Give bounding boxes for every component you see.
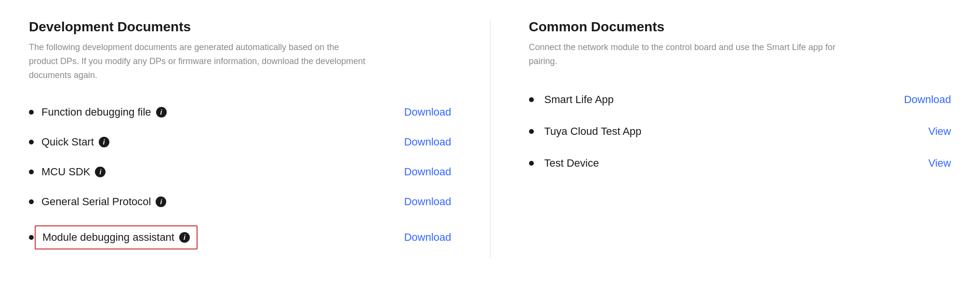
highlighted-item-box: Module debugging assistant i — [35, 225, 198, 249]
section-divider — [490, 19, 490, 258]
info-icon[interactable]: i — [156, 196, 166, 207]
download-link-function-debugging[interactable]: Download — [404, 106, 451, 118]
development-documents-title: Development Documents — [29, 19, 451, 35]
bullet-icon — [29, 199, 34, 204]
info-icon[interactable]: i — [179, 232, 190, 243]
list-item: Function debugging file i Download — [29, 97, 451, 127]
download-link-smart-life-app[interactable]: Download — [904, 93, 951, 106]
list-item: MCU SDK i Download — [29, 157, 451, 187]
doc-name: Smart Life App — [544, 93, 614, 106]
common-doc-item-left: Test Device — [529, 157, 599, 170]
list-item: Tuya Cloud Test App View — [529, 116, 952, 147]
bullet-icon — [29, 235, 34, 240]
doc-name: Tuya Cloud Test App — [544, 125, 642, 138]
bullet-icon — [529, 97, 534, 102]
view-link-tuya-cloud-test-app[interactable]: View — [928, 125, 951, 138]
doc-item-left: Function debugging file i — [29, 106, 167, 118]
doc-name: General Serial Protocol — [41, 196, 151, 208]
list-item: Smart Life App Download — [529, 84, 952, 116]
download-link-module-debugging-assistant[interactable]: Download — [404, 231, 451, 244]
doc-item-left: General Serial Protocol i — [29, 196, 166, 208]
doc-item-left: Module debugging assistant i — [29, 225, 198, 249]
common-documents-description: Connect the network module to the contro… — [529, 40, 866, 68]
doc-item-left: Quick Start i — [29, 136, 109, 148]
common-doc-item-left: Smart Life App — [529, 93, 614, 106]
doc-name: Quick Start — [41, 136, 94, 148]
doc-name: Function debugging file — [41, 106, 151, 118]
download-link-general-serial-protocol[interactable]: Download — [404, 196, 451, 208]
bullet-icon — [29, 140, 34, 144]
doc-item-left: MCU SDK i — [29, 166, 106, 178]
common-doc-item-left: Tuya Cloud Test App — [529, 125, 642, 138]
development-documents-section: Development Documents The following deve… — [29, 19, 451, 258]
doc-name: MCU SDK — [41, 166, 90, 178]
info-icon[interactable]: i — [99, 137, 109, 147]
list-item: General Serial Protocol i Download — [29, 187, 451, 217]
info-icon[interactable]: i — [95, 167, 106, 177]
list-item: Module debugging assistant i Download — [29, 217, 451, 258]
download-link-quick-start[interactable]: Download — [404, 136, 451, 148]
doc-name: Test Device — [544, 157, 599, 170]
bullet-icon — [29, 170, 34, 174]
common-doc-list: Smart Life App Download Tuya Cloud Test … — [529, 84, 952, 179]
info-icon[interactable]: i — [156, 107, 167, 118]
bullet-icon — [529, 161, 534, 166]
list-item: Test Device View — [529, 147, 952, 179]
development-doc-list: Function debugging file i Download Quick… — [29, 97, 451, 258]
common-documents-section: Common Documents Connect the network mod… — [529, 19, 952, 258]
bullet-icon — [29, 110, 34, 115]
doc-name: Module debugging assistant — [42, 231, 174, 244]
development-documents-description: The following development documents are … — [29, 40, 366, 82]
common-documents-title: Common Documents — [529, 19, 952, 35]
bullet-icon — [529, 129, 534, 134]
list-item: Quick Start i Download — [29, 127, 451, 157]
download-link-mcu-sdk[interactable]: Download — [404, 166, 451, 178]
page-container: Development Documents The following deve… — [29, 19, 951, 258]
view-link-test-device[interactable]: View — [928, 157, 951, 170]
